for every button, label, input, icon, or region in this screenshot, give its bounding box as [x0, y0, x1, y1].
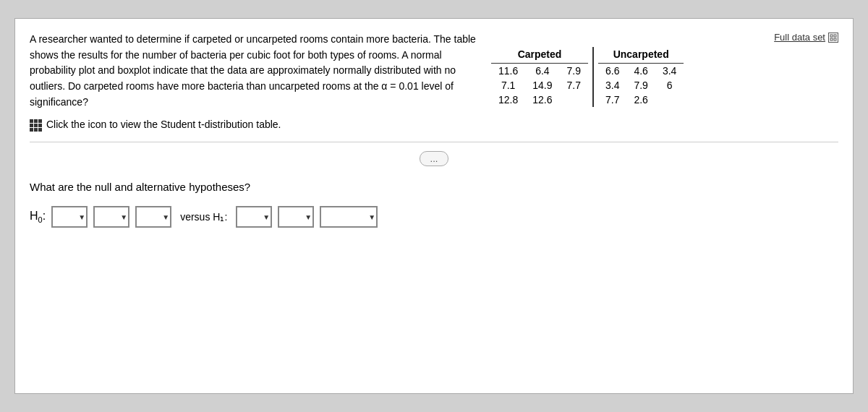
uncarpeted-cell: 4.6 [626, 64, 655, 79]
table-row: 7.7 2.6 [598, 93, 684, 107]
uncarpeted-cell: 6.6 [598, 64, 626, 79]
description-text: A researcher wanted to determine if carp… [30, 32, 477, 110]
top-section: A researcher wanted to determine if carp… [30, 32, 838, 142]
h0-dropdown-3[interactable]: μ_c μ_u [135, 206, 171, 228]
uncarpeted-cell [655, 93, 684, 107]
h0-label: H0: [30, 210, 46, 224]
uncarpeted-cell: 6 [655, 78, 684, 93]
svg-rect-0 [830, 35, 833, 37]
h1-dropdown-2[interactable]: = ≠ > < [278, 206, 314, 228]
bottom-section: What are the null and alternative hypoth… [30, 173, 838, 228]
h0-dropdown-1[interactable]: μ_c μ_u [51, 206, 88, 228]
h1-select-3-wide[interactable]: μ_c μ_u ▼ [320, 206, 378, 228]
dots-area: ... [30, 151, 838, 166]
uncarpeted-cell: 3.4 [598, 78, 626, 93]
tables-row: Carpeted 11.6 6.4 7.9 7.1 14.9 7.7 [491, 47, 684, 107]
question-text: What are the null and alternative hypoth… [30, 181, 838, 193]
icon-link-text: Click the icon to view the Student t-dis… [46, 117, 281, 133]
h1-select-1[interactable]: μ_c μ_u ▼ [236, 206, 272, 228]
table-row: 6.6 4.6 3.4 [598, 64, 684, 79]
dots-button[interactable]: ... [420, 151, 449, 166]
carpeted-cell: 6.4 [525, 64, 559, 79]
uncarpeted-cell: 7.9 [626, 78, 655, 93]
carpeted-cell: 11.6 [491, 64, 525, 79]
h0-select-2[interactable]: = ≠ > < ▼ [93, 206, 129, 228]
uncarpeted-table: Uncarpeted 6.6 4.6 3.4 3.4 7.9 6 [598, 47, 684, 107]
carpeted-cell: 12.8 [491, 93, 525, 107]
svg-rect-2 [830, 38, 833, 40]
description: A researcher wanted to determine if carp… [30, 32, 491, 133]
full-data-set-row: Full data set [491, 32, 838, 43]
h0-select-3[interactable]: μ_c μ_u ▼ [135, 206, 171, 228]
h0-dropdown-2[interactable]: = ≠ > < [93, 206, 129, 228]
carpeted-cell: 12.6 [525, 93, 559, 107]
hypothesis-row: H0: μ_c μ_u ▼ = ≠ > < ▼ [30, 206, 838, 228]
carpeted-cell: 7.7 [560, 78, 588, 93]
svg-rect-1 [834, 35, 836, 37]
carpeted-table: Carpeted 11.6 6.4 7.9 7.1 14.9 7.7 [491, 47, 588, 107]
uncarpeted-header: Uncarpeted [598, 47, 684, 64]
carpeted-header: Carpeted [491, 47, 588, 64]
main-card: A researcher wanted to determine if carp… [14, 18, 854, 394]
full-data-set-icon [828, 33, 838, 43]
svg-rect-3 [834, 38, 836, 40]
carpeted-cell: 7.9 [560, 64, 588, 79]
versus-text: versus H₁: [177, 211, 230, 223]
table-row: 3.4 7.9 6 [598, 78, 684, 93]
full-data-set-button[interactable]: Full data set [774, 32, 838, 43]
h0-select-1[interactable]: μ_c μ_u ▼ [51, 206, 88, 228]
carpeted-cell: 14.9 [525, 78, 559, 93]
carpeted-cell [560, 93, 588, 107]
icon-link[interactable]: Click the icon to view the Student t-dis… [30, 117, 477, 133]
full-data-set-label: Full data set [774, 32, 825, 43]
table-vertical-divider [592, 47, 594, 107]
h1-select-2[interactable]: = ≠ > < ▼ [278, 206, 314, 228]
h1-dropdown-1[interactable]: μ_c μ_u [236, 206, 272, 228]
table-row: 11.6 6.4 7.9 [491, 64, 588, 79]
uncarpeted-cell: 3.4 [655, 64, 684, 79]
uncarpeted-cell: 2.6 [626, 93, 655, 107]
carpeted-cell: 7.1 [491, 78, 525, 93]
h1-dropdown-3[interactable]: μ_c μ_u [320, 206, 378, 228]
uncarpeted-cell: 7.7 [598, 93, 626, 107]
table-row: 12.8 12.6 [491, 93, 588, 107]
grid-icon [30, 119, 42, 132]
table-row: 7.1 14.9 7.7 [491, 78, 588, 93]
data-table-area: Full data set Carpete [491, 32, 838, 133]
